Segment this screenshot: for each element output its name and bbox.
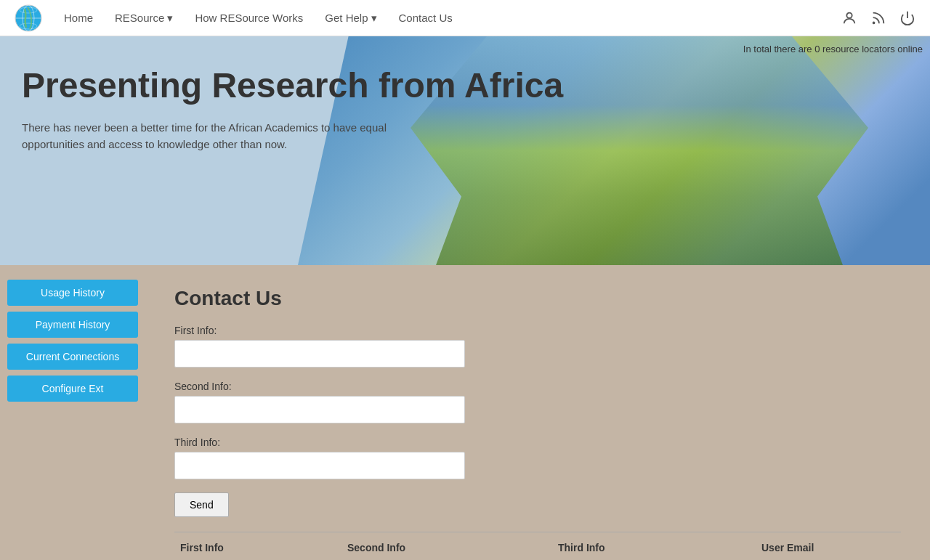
usage-history-button[interactable]: Usage History bbox=[7, 280, 138, 306]
logo[interactable] bbox=[15, 4, 42, 32]
svg-point-6 bbox=[873, 22, 875, 23]
nav-contact-us[interactable]: Contact Us bbox=[399, 12, 453, 24]
hero-subtitle: There has never been a better time for t… bbox=[22, 120, 407, 153]
nav-get-help-dropdown[interactable]: Get Help ▾ bbox=[325, 12, 376, 25]
second-info-input[interactable] bbox=[174, 396, 465, 423]
navigation: Home RESource ▾ How RESource Works Get H… bbox=[0, 0, 930, 36]
first-info-label: First Info: bbox=[174, 325, 901, 336]
nav-icon-group bbox=[841, 10, 915, 26]
contact-table-header: First Info Second Info Third Info User E… bbox=[174, 532, 901, 557]
rss-icon[interactable] bbox=[870, 10, 886, 26]
second-info-group: Second Info: bbox=[174, 381, 901, 423]
nav-links: Home RESource ▾ How RESource Works Get H… bbox=[64, 12, 841, 25]
nav-how-it-works[interactable]: How RESource Works bbox=[195, 12, 303, 24]
first-info-group: First Info: bbox=[174, 325, 901, 368]
hero-content: Presenting Research from Africa There ha… bbox=[0, 36, 930, 182]
col-header-first-info: First Info bbox=[174, 538, 341, 557]
power-icon[interactable] bbox=[899, 10, 915, 26]
col-header-user-email: User Email bbox=[756, 538, 901, 557]
third-info-input[interactable] bbox=[174, 452, 465, 479]
contact-title: Contact Us bbox=[174, 287, 901, 310]
contact-section: Contact Us First Info: Second Info: Thir… bbox=[145, 265, 930, 560]
resource-locator-status: In total there are 0 resource locators o… bbox=[743, 44, 923, 54]
third-info-group: Third Info: bbox=[174, 437, 901, 479]
chevron-down-icon: ▾ bbox=[371, 12, 377, 25]
send-button[interactable]: Send bbox=[174, 492, 229, 517]
second-info-label: Second Info: bbox=[174, 381, 901, 392]
chevron-down-icon: ▾ bbox=[167, 12, 173, 25]
col-header-third-info: Third Info bbox=[552, 538, 756, 557]
nav-home[interactable]: Home bbox=[64, 12, 93, 24]
user-icon[interactable] bbox=[841, 10, 857, 26]
configure-ext-button[interactable]: Configure Ext bbox=[7, 376, 138, 402]
sidebar: Usage History Payment History Current Co… bbox=[0, 265, 145, 560]
hero-title: Presenting Research from Africa bbox=[22, 65, 908, 105]
svg-point-5 bbox=[846, 12, 852, 17]
current-connections-button[interactable]: Current Connections bbox=[7, 344, 138, 370]
payment-history-button[interactable]: Payment History bbox=[7, 312, 138, 338]
nav-resource-dropdown[interactable]: RESource ▾ bbox=[115, 12, 173, 25]
third-info-label: Third Info: bbox=[174, 437, 901, 448]
col-header-second-info: Second Info bbox=[341, 538, 552, 557]
first-info-input[interactable] bbox=[174, 340, 465, 368]
main-content: Usage History Payment History Current Co… bbox=[0, 265, 930, 560]
hero-section: In total there are 0 resource locators o… bbox=[0, 36, 930, 265]
